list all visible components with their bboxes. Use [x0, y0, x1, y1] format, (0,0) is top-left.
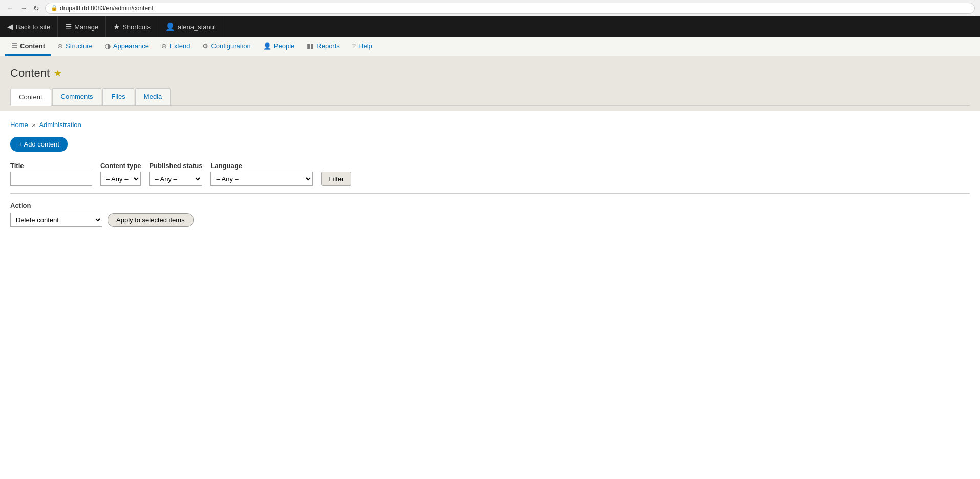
forward-button[interactable]: →: [18, 4, 29, 12]
help-nav-icon: ?: [352, 42, 356, 50]
nav-structure-label: Structure: [66, 42, 93, 50]
configuration-nav-icon: ⚙: [202, 42, 208, 50]
nav-configuration-label: Configuration: [211, 42, 250, 50]
nav-extend-label: Extend: [169, 42, 190, 50]
add-content-button[interactable]: + Add content: [10, 137, 68, 152]
language-form-group: Language – Any –: [210, 162, 313, 186]
title-input[interactable]: [10, 172, 92, 186]
back-arrow-icon: ◀: [7, 22, 13, 31]
tab-content[interactable]: Content: [10, 89, 51, 106]
nav-help-label: Help: [358, 42, 372, 50]
back-to-site-label: Back to site: [16, 23, 50, 31]
add-content-label: + Add content: [18, 140, 59, 148]
published-status-select[interactable]: – Any –: [149, 172, 202, 186]
nav-item-reports[interactable]: ▮▮ Reports: [301, 37, 346, 56]
filter-divider: [10, 193, 970, 194]
title-form-group: Title: [10, 162, 92, 186]
shortcuts-button[interactable]: ★ Shortcuts: [106, 16, 158, 37]
user-icon: 👤: [165, 22, 175, 31]
language-select[interactable]: – Any –: [210, 172, 313, 186]
appearance-nav-icon: ◑: [105, 42, 111, 50]
manage-label: Manage: [74, 23, 98, 31]
content-area: Home » Administration + Add content Titl…: [0, 111, 980, 237]
secondary-nav: ☰ Content ⊛ Structure ◑ Appearance ⊕ Ext…: [0, 37, 980, 56]
nav-people-label: People: [274, 42, 294, 50]
people-nav-icon: 👤: [263, 42, 271, 50]
published-status-form-group: Published status – Any –: [149, 162, 202, 186]
bookmark-star-icon[interactable]: ★: [54, 68, 62, 79]
content-type-label: Content type: [100, 162, 141, 170]
language-label: Language: [210, 162, 313, 170]
browser-controls: ← → ↻: [5, 4, 41, 12]
content-type-form-group: Content type – Any –: [100, 162, 141, 186]
user-button[interactable]: 👤 alena_stanul: [158, 16, 223, 37]
page-header: Content ★ Content Comments Files Media: [0, 56, 980, 111]
hamburger-icon: ☰: [65, 22, 72, 31]
content-nav-icon: ☰: [11, 42, 17, 50]
filter-button-group: Filter: [321, 172, 351, 186]
apply-to-selected-button[interactable]: Apply to selected items: [108, 213, 194, 227]
action-label: Action: [10, 202, 970, 210]
address-text: drupal8.dd:8083/en/admin/content: [60, 5, 153, 12]
structure-nav-icon: ⊛: [57, 42, 63, 50]
nav-item-appearance[interactable]: ◑ Appearance: [99, 37, 155, 56]
nav-appearance-label: Appearance: [113, 42, 149, 50]
title-label: Title: [10, 162, 92, 170]
address-bar[interactable]: 🔒 drupal8.dd:8083/en/admin/content: [45, 3, 975, 14]
browser-bar: ← → ↻ 🔒 drupal8.dd:8083/en/admin/content: [0, 0, 980, 16]
breadcrumb: Home » Administration: [10, 121, 970, 129]
action-section: Action Delete content Apply to selected …: [10, 202, 970, 227]
nav-item-help[interactable]: ? Help: [346, 37, 378, 56]
star-toolbar-icon: ★: [113, 22, 120, 31]
nav-item-structure[interactable]: ⊛ Structure: [51, 37, 99, 56]
action-row: Delete content Apply to selected items: [10, 213, 970, 227]
tab-media[interactable]: Media: [135, 88, 171, 105]
lock-icon: 🔒: [51, 5, 58, 11]
tabs-row: Content Comments Files Media: [10, 88, 970, 106]
nav-item-extend[interactable]: ⊕ Extend: [155, 37, 196, 56]
tab-comments[interactable]: Comments: [52, 88, 102, 105]
breadcrumb-separator: »: [32, 121, 35, 129]
nav-item-content[interactable]: ☰ Content: [5, 37, 51, 56]
reports-nav-icon: ▮▮: [307, 42, 314, 50]
reload-button[interactable]: ↻: [32, 4, 41, 12]
extend-nav-icon: ⊕: [161, 42, 167, 50]
page-title: Content: [10, 67, 50, 80]
filter-button[interactable]: Filter: [321, 172, 351, 186]
back-button[interactable]: ←: [5, 4, 15, 12]
nav-reports-label: Reports: [316, 42, 340, 50]
page-title-row: Content ★: [10, 67, 970, 80]
breadcrumb-home[interactable]: Home: [10, 121, 28, 129]
user-label: alena_stanul: [178, 23, 216, 31]
action-select[interactable]: Delete content: [10, 213, 102, 227]
published-status-label: Published status: [149, 162, 202, 170]
tab-files[interactable]: Files: [102, 88, 134, 105]
manage-button[interactable]: ☰ Manage: [58, 16, 106, 37]
admin-toolbar: ◀ Back to site ☰ Manage ★ Shortcuts 👤 al…: [0, 16, 980, 37]
nav-item-configuration[interactable]: ⚙ Configuration: [196, 37, 257, 56]
filter-form: Title Content type – Any – Published sta…: [10, 162, 970, 186]
breadcrumb-admin[interactable]: Administration: [39, 121, 81, 129]
shortcuts-label: Shortcuts: [122, 23, 151, 31]
back-to-site-button[interactable]: ◀ Back to site: [0, 16, 58, 37]
content-type-select[interactable]: – Any –: [100, 172, 141, 186]
nav-item-people[interactable]: 👤 People: [257, 37, 301, 56]
nav-content-label: Content: [20, 42, 45, 50]
